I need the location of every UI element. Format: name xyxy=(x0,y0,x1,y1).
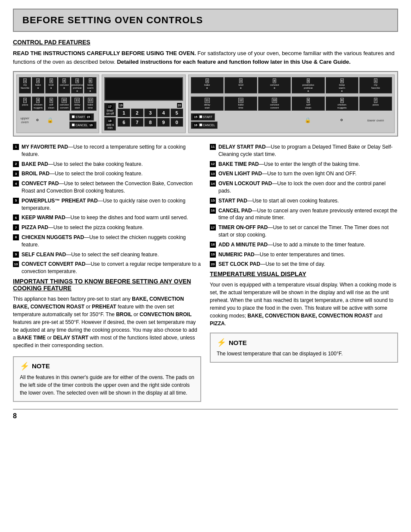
note2-icon: ⚡ xyxy=(217,338,226,347)
key-7-pizza[interactable]: 7pizza xyxy=(19,96,31,110)
r-key-10-convectconv[interactable]: 10convectconvert xyxy=(258,96,291,110)
note-box-1: ⚡ NOTE All the features in this owner's … xyxy=(13,356,201,402)
feature-item: 2BAKE PAD—Use to select the bake cooking… xyxy=(13,161,201,168)
mid-panel: 17timeron·off 18add amin 19 20 1 2 3 xyxy=(102,75,186,133)
numpad-main: 19 20 1 2 3 4 5 6 7 8 9 xyxy=(118,103,183,131)
feature-num: 18 xyxy=(210,242,216,248)
r-key-6-keepwarm[interactable]: 6keepwarm xyxy=(326,77,358,93)
r-key-1-myfav[interactable]: 1myfavorite xyxy=(359,77,392,93)
key-4-convect[interactable]: 4convect xyxy=(58,77,70,93)
feature-item: 18ADD A MINUTE PAD—Use to add a minute t… xyxy=(210,241,398,249)
intro-paragraph: READ THE INSTRUCTIONS CAREFULLY BEFORE U… xyxy=(13,49,398,66)
key-11-delay[interactable]: 11delaystart xyxy=(71,96,83,110)
feature-item: 14OVEN LOCKOUT PAD—Use to lock the oven … xyxy=(210,180,398,195)
num-row2: 6 7 8 9 0 xyxy=(118,118,183,127)
oven-display xyxy=(104,77,183,101)
num-1[interactable]: 1 xyxy=(118,109,130,117)
num-row1: 1 2 3 4 5 xyxy=(118,109,183,117)
num-5[interactable]: 5 xyxy=(171,109,183,117)
note1-icon: ⚡ xyxy=(20,361,29,371)
feature-num: 3 xyxy=(13,171,19,177)
feature-item: 16CANCEL PAD—Use to cancel any oven feat… xyxy=(210,207,398,222)
key-2-bake[interactable]: 2bake xyxy=(32,77,44,93)
features-list-left: 1MY FAVORITE PAD—Use to record a tempera… xyxy=(13,143,201,275)
r-key-8-chicken[interactable]: 8chickennuggets xyxy=(326,96,358,110)
add-min-key[interactable]: 18add amin xyxy=(104,117,116,131)
num-0[interactable]: 0 xyxy=(171,118,183,127)
important-paragraph: This appliance has been factory pre-set … xyxy=(13,295,201,349)
num-8[interactable]: 8 xyxy=(144,118,157,127)
r-key-3-broil[interactable]: 3broil xyxy=(224,77,257,93)
lock-icon[interactable]: 🔒 xyxy=(44,117,56,123)
feature-text: ADD A MINUTE PAD—Use to add a minute to … xyxy=(218,241,365,249)
feature-item: 3BROIL PAD—Use to select the broil cooki… xyxy=(13,170,201,177)
key-5-preheat[interactable]: 5powerpluspreheat xyxy=(71,77,83,93)
r-key-12-baketime[interactable]: 12baketime xyxy=(224,96,257,110)
right-row1: 2bake 3broil 4convect 5powerpluspreheat … xyxy=(191,77,392,93)
feature-num: 8 xyxy=(13,234,19,240)
r-key-4-convect[interactable]: 4convect xyxy=(258,77,291,93)
key-6-keepwarm[interactable]: 6keepwarm xyxy=(84,77,96,93)
feature-item: 19NUMERIC PAD—Use to enter temperatures … xyxy=(210,251,398,258)
page-container: BEFORE SETTING OVEN CONTROLS CONTROL PAD… xyxy=(0,0,411,429)
feature-item: 5POWERPLUS™ PREHEAT PAD—Use to quickly r… xyxy=(13,197,201,212)
feature-item: 9SELF CLEAN PAD—Use to select the self c… xyxy=(13,251,201,258)
feature-num: 20 xyxy=(210,261,216,267)
feature-num: 16 xyxy=(210,208,216,214)
note1-text: All the features in this owner's guide a… xyxy=(20,373,194,397)
key-3-broil[interactable]: 3broil xyxy=(45,77,57,93)
feature-text: BAKE TIME PAD—Use to enter the length of… xyxy=(218,161,360,168)
start-key-right[interactable]: 15 START xyxy=(191,113,215,121)
page-number: 8 xyxy=(13,409,398,420)
feature-num: 13 xyxy=(210,171,216,177)
feature-item: 8CHICKEN NUGGETS PAD—Use to select the c… xyxy=(13,234,201,249)
feature-num: 1 xyxy=(13,144,19,150)
intro-bold1: READ THE INSTRUCTIONS CAREFULLY BEFORE U… xyxy=(13,50,196,56)
num-6[interactable]: 6 xyxy=(118,118,130,127)
light-icon[interactable]: ⚬ xyxy=(31,117,43,124)
right-start-cancel: 15 START 16 CANCEL xyxy=(191,112,257,129)
key-8-chicken[interactable]: 8chickennuggets xyxy=(32,96,44,110)
feature-num: 6 xyxy=(13,215,19,221)
r-lock-icon[interactable]: 🔒 xyxy=(291,117,324,123)
feature-num: 7 xyxy=(13,224,19,230)
key-9-selfclean[interactable]: 9selfclean xyxy=(45,96,57,110)
r-key-2-bake[interactable]: 2bake xyxy=(191,77,224,93)
feature-item: 11DELAY START PAD—Use to program a Delay… xyxy=(210,143,398,158)
important-title: IMPORTANT THINGS TO KNOW BEFORE SETTING … xyxy=(13,278,201,292)
cancel-row-left: CANCEL 16 xyxy=(69,121,96,129)
num-3[interactable]: 3 xyxy=(144,109,157,117)
start-key-left[interactable]: START 15 xyxy=(69,113,93,121)
timer-key[interactable]: 17timeron·off xyxy=(104,103,116,116)
r-key-5-preheat[interactable]: 5powerpluspreheat xyxy=(292,77,324,93)
num-9[interactable]: 9 xyxy=(157,118,170,127)
key-10-convect[interactable]: 10convectconvert xyxy=(58,96,70,110)
feature-text: BAKE PAD—Use to select the bake cooking … xyxy=(22,161,143,168)
setclock-marker: 20 xyxy=(177,103,182,108)
r-key-9-selfclean[interactable]: 9selfclean xyxy=(292,96,324,110)
key-12-bake-time[interactable]: 12baketime xyxy=(84,96,96,110)
feature-item: 20SET CLOCK PAD—Use to set the time of d… xyxy=(210,261,398,268)
num-7[interactable]: 7 xyxy=(131,118,143,127)
feature-num: 14 xyxy=(210,180,216,187)
feature-text: NUMERIC PAD—Use to enter temperatures an… xyxy=(218,251,345,258)
feature-text: KEEP WARM PAD—Use to keep the dishes and… xyxy=(22,214,188,221)
cancel-key-left[interactable]: CANCEL 16 xyxy=(69,121,96,129)
left-column: 1MY FAVORITE PAD—Use to record a tempera… xyxy=(13,143,201,402)
r-key-11-delay[interactable]: 11delaystart xyxy=(191,96,224,110)
num-2[interactable]: 2 xyxy=(131,109,143,117)
features-list-right: 11DELAY START PAD—Use to program a Delay… xyxy=(210,143,398,268)
feature-text: SELF CLEAN PAD—Use to select the self cl… xyxy=(22,251,159,258)
left-row2: 7pizza 8chickennuggets 9selfclean 10conv… xyxy=(19,96,97,110)
cancel-key-right[interactable]: 16 CANCEL xyxy=(191,121,218,129)
num-4[interactable]: 4 xyxy=(157,109,170,117)
left-panel: 1myfavorite 2bake 3broil 4convect 5power… xyxy=(16,75,99,133)
right-row2: 11delaystart 12baketime 10convectconvert… xyxy=(191,96,392,110)
feature-text: SET CLOCK PAD—Use to set the time of day… xyxy=(218,261,325,268)
key-1-my-favorite[interactable]: 1myfavorite xyxy=(19,77,31,93)
temp-display-section: TEMPERATURE VISUAL DISPLAY Your oven is … xyxy=(210,271,398,327)
feature-num: 2 xyxy=(13,161,19,167)
feature-text: CANCEL PAD—Use to cancel any oven featur… xyxy=(218,207,398,222)
r-key-7-pizza[interactable]: 7pizza xyxy=(359,96,392,110)
r-light-icon[interactable]: ⚬ xyxy=(325,117,358,124)
